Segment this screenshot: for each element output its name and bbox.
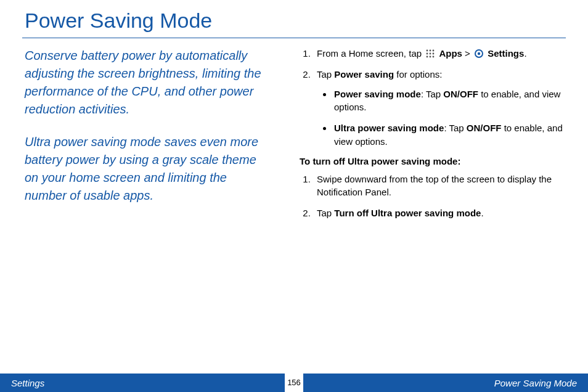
svg-point-8 xyxy=(433,56,435,58)
step-2: Tap Power saving for options: Power savi… xyxy=(313,68,563,149)
turnoff-step-2: Tap Turn off Ultra power saving mode. xyxy=(313,206,563,220)
intro-paragraph-2: Ultra power saving mode saves even more … xyxy=(25,133,271,205)
apps-label: Apps xyxy=(439,48,462,59)
bullet-2-bold: Ultra power saving mode xyxy=(334,123,444,133)
turnoff-step-2-pre: Tap xyxy=(317,208,334,218)
footer-topic: Power Saving Mode xyxy=(494,378,577,388)
step-1: From a Home screen, tap Apps > xyxy=(313,47,563,60)
svg-point-3 xyxy=(427,53,428,55)
svg-point-5 xyxy=(433,53,435,55)
bullet-2-mid: : Tap xyxy=(444,123,466,133)
steps-list-1: From a Home screen, tap Apps > xyxy=(300,47,563,149)
options-bullets: Power saving mode: Tap ON/OFF to enable,… xyxy=(317,88,563,149)
step-2-pre: Tap xyxy=(317,69,334,80)
svg-point-0 xyxy=(427,50,428,52)
bullet-2-bold2: ON/OFF xyxy=(467,123,502,133)
step-2-bold: Power saving xyxy=(334,69,394,80)
apps-grid-icon xyxy=(425,49,435,59)
bullet-1-bold2: ON/OFF xyxy=(443,89,478,99)
svg-point-1 xyxy=(430,50,431,52)
step-2-post: for options: xyxy=(394,69,442,80)
title-rule xyxy=(22,38,566,38)
footer-page-number: 156 xyxy=(285,374,303,392)
svg-point-2 xyxy=(433,50,435,52)
turnoff-step-1: Swipe downward from the top of the scree… xyxy=(313,173,563,200)
svg-point-6 xyxy=(427,56,428,58)
turnoff-step-2-bold: Turn off Ultra power saving mode xyxy=(334,208,481,218)
page-footer: Settings 156 Power Saving Mode xyxy=(0,374,588,392)
settings-label: Settings xyxy=(488,48,524,59)
footer-section: Settings xyxy=(11,378,44,388)
step-1-gt: > xyxy=(465,48,473,59)
steps-list-2: Swipe downward from the top of the scree… xyxy=(300,173,563,220)
step-1-pre: From a Home screen, tap xyxy=(317,48,424,59)
subheading-turn-off: To turn off Ultra power saving mode: xyxy=(300,156,563,166)
intro-paragraph-1: Conserve battery power by automatically … xyxy=(25,47,271,118)
document-page: Power Saving Mode Conserve battery power… xyxy=(0,0,588,392)
right-column: From a Home screen, tap Apps > xyxy=(300,47,563,227)
bullet-1-mid: : Tap xyxy=(421,89,443,99)
content-columns: Conserve battery power by automatically … xyxy=(0,47,588,227)
bullet-power-saving: Power saving mode: Tap ON/OFF to enable,… xyxy=(333,88,563,115)
turnoff-step-2-post: . xyxy=(481,208,483,218)
left-column: Conserve battery power by automatically … xyxy=(25,47,271,227)
bullet-ultra-power-saving: Ultra power saving mode: Tap ON/OFF to e… xyxy=(333,121,563,149)
settings-gear-icon xyxy=(474,49,484,59)
svg-point-10 xyxy=(478,52,480,55)
step-1-post: . xyxy=(524,48,526,59)
bullet-1-bold: Power saving mode xyxy=(334,89,421,99)
svg-point-7 xyxy=(430,56,431,58)
page-title: Power Saving Mode xyxy=(0,0,588,36)
svg-point-4 xyxy=(430,53,431,55)
